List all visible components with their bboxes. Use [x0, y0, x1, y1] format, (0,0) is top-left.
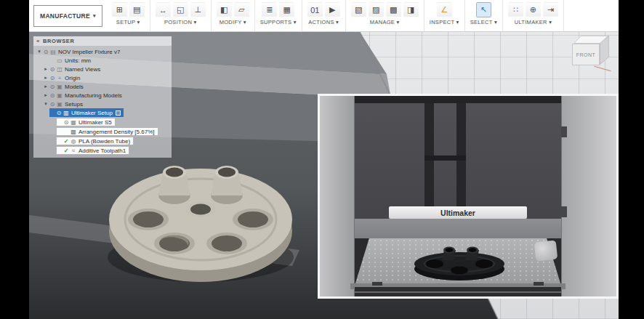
toolbar-menu-actions[interactable]: ACTIONS ▾ [308, 19, 339, 25]
new-setup-icon[interactable]: ⊞ [112, 2, 127, 17]
offset-faces-icon[interactable]: ▱ [234, 2, 249, 17]
browser-item-units-mm[interactable]: ▭Units: mm [43, 56, 94, 65]
material-icon: ◍ [70, 138, 77, 145]
toolbar-menu-setup[interactable]: SETUP ▾ [116, 19, 140, 25]
printer-brand-text: Ultimaker [440, 209, 475, 217]
toolbar-group-modify: ◧▱MODIFY ▾ [212, 0, 255, 31]
visibility-eye-icon[interactable]: ⊙ [49, 66, 56, 73]
browser-item-arrangement-density-5-67[interactable]: ▩Arrangement Density [5.67%] [56, 127, 158, 136]
browser-item-origin[interactable]: ▸⊙+Origin [43, 73, 83, 82]
browser-item-label: Ultimaker S5 [77, 119, 112, 126]
browser-item-setups[interactable]: ▾⊙▣Setups [43, 100, 86, 108]
toolbar: MANUFACTURE ▾ ⊞▤SETUP ▾↔◱⊥POSITION ▾◧▱MO… [29, 0, 619, 32]
browser-panel: « BROWSER ▾⊙▤NOV Impeller Fixture v7 ▭Un… [33, 36, 172, 158]
toolbar-group-inspect: ∠INSPECT ▾ [424, 0, 465, 31]
volume-support-icon[interactable]: ≣ [262, 2, 277, 17]
visibility-eye-icon[interactable]: ⊙ [49, 101, 56, 108]
simulate-additive-icon[interactable]: ▶ [325, 2, 340, 17]
arrow-spacer [57, 120, 63, 125]
digital-factory-icon[interactable]: ⊕ [526, 2, 541, 17]
toolbar-menu-select[interactable]: SELECT ▾ [470, 19, 497, 25]
ultimaker-logo-icon[interactable]: ∷ [508, 2, 523, 17]
post-process-icon[interactable]: ▧ [351, 2, 366, 17]
cup-back-left [158, 166, 190, 204]
visibility-eye-icon[interactable]: ⊙ [49, 84, 56, 90]
printer-front-trim [355, 291, 561, 293]
printer-deck [355, 219, 561, 238]
automatic-orientation-icon[interactable]: ◱ [173, 2, 188, 17]
setup-icon: ▥ [63, 110, 70, 116]
browser-item-additive-toolpath1[interactable]: ✓≈Additive Toolpath1 [56, 146, 129, 155]
browser-item-label: PLA (Bowden Tube) [77, 138, 130, 145]
printer-brand-label: Ultimaker [389, 206, 527, 219]
units-icon: ▭ [56, 57, 63, 64]
toolbar-group-setup: ⊞▤SETUP ▾ [107, 0, 150, 31]
browser-item-ultimaker-s5[interactable]: ⊙▦Ultimaker S5 [56, 118, 116, 126]
open-in-cura-icon[interactable]: ⇥ [543, 2, 558, 17]
pocket-left [128, 209, 169, 230]
impeller-fixture-model[interactable] [102, 147, 299, 296]
origin-icon: + [56, 75, 63, 81]
toolbar-group-supports: ≣▦SUPPORTS ▾ [255, 0, 302, 31]
browser-item-pla-bowden-tube[interactable]: ✓◍PLA (Bowden Tube) [56, 137, 134, 145]
move-components-icon[interactable]: ↔ [156, 2, 171, 17]
visibility-eye-icon[interactable]: ⊙ [63, 119, 70, 126]
arrow-spacer [43, 58, 49, 63]
expand-arrow-icon[interactable]: ▾ [36, 49, 42, 54]
browser-item-label: Origin [63, 75, 80, 81]
setups-folder-icon[interactable]: ▤ [129, 2, 145, 17]
printed-part [401, 238, 518, 282]
measure-icon[interactable]: ∠ [437, 2, 452, 17]
visibility-eye-icon[interactable]: ⊙ [49, 92, 56, 99]
toolbar-menu-modify[interactable]: MODIFY ▾ [220, 19, 246, 25]
printer-right-wall [561, 96, 616, 296]
machine-icon: ▦ [70, 119, 77, 126]
cup-back-right [211, 166, 243, 204]
printer-crossbar [424, 156, 466, 161]
toolbar-menu-position[interactable]: POSITION ▾ [164, 19, 197, 25]
arrow-spacer [49, 110, 55, 116]
browser-item-named-views[interactable]: ▸⊙◫Named Views [43, 65, 103, 73]
viewcube-front-label: FRONT [576, 52, 596, 57]
toolbar-groups: ⊞▤SETUP ▾↔◱⊥POSITION ▾◧▱MODIFY ▾≣▦SUPPOR… [107, 0, 564, 31]
browser-title: BROWSER [43, 38, 74, 44]
bar-support-icon[interactable]: ▦ [279, 2, 294, 17]
viewcube[interactable]: FRONT [572, 44, 600, 65]
visibility-eye-icon[interactable]: ⊙ [42, 49, 49, 55]
check-icon: ✓ [63, 138, 70, 145]
toolbar-group-position: ↔◱⊥POSITION ▾ [150, 0, 212, 31]
eye-spacer [49, 57, 56, 64]
expand-arrow-icon[interactable]: ▾ [43, 101, 49, 107]
expand-arrow-icon[interactable]: ▸ [43, 84, 49, 89]
document-icon: ▤ [49, 49, 57, 55]
printer-left-wall [320, 96, 355, 296]
expand-arrow-icon[interactable]: ▸ [43, 75, 49, 81]
place-parts-on-platform-icon[interactable]: ⊥ [190, 2, 206, 17]
toolbar-menu-inspect[interactable]: INSPECT ▾ [430, 19, 459, 25]
select-cursor-icon[interactable]: ↖ [476, 2, 491, 17]
viewport-canvas[interactable]: « BROWSER ▾⊙▤NOV Impeller Fixture v7 ▭Un… [29, 32, 619, 319]
hole-segmentation-icon[interactable]: ◧ [217, 2, 232, 17]
expand-arrow-icon[interactable]: ▸ [43, 92, 49, 98]
arrow-spacer [57, 129, 63, 134]
browser-item-manufacturing-models[interactable]: ▸⊙▣Manufacturing Models [43, 91, 125, 100]
browser-item-nov-impeller-fixture-v7[interactable]: ▾⊙▤NOV Impeller Fixture v7 [36, 47, 123, 56]
plate-clamp-left [372, 282, 382, 286]
generate-toolpath-icon[interactable]: 01 [307, 2, 323, 17]
expand-arrow-icon[interactable]: ▸ [43, 66, 49, 72]
toolbar-menu-manage[interactable]: MANAGE ▾ [370, 19, 400, 25]
setup-edit-box[interactable] [116, 110, 121, 116]
toolbar-menu-supports[interactable]: SUPPORTS ▾ [260, 19, 297, 25]
toolbar-menu-ultimaker[interactable]: ULTIMAKER ▾ [515, 19, 552, 25]
browser-item-ultimaker-setup[interactable]: ⊙▥Ultimaker Setup [49, 108, 124, 117]
task-manager-icon[interactable]: ◨ [403, 2, 419, 17]
pocket-right [233, 209, 273, 230]
print-setting-library-icon[interactable]: ▩ [386, 2, 401, 17]
workspace-switcher[interactable]: MANUFACTURE ▾ [33, 5, 102, 27]
viewcube-front-face[interactable]: FRONT [572, 44, 600, 65]
collapse-browser-icon[interactable]: « [36, 38, 40, 44]
visibility-eye-icon[interactable]: ⊙ [55, 110, 63, 116]
visibility-eye-icon[interactable]: ⊙ [49, 75, 56, 81]
machine-library-icon[interactable]: ▨ [369, 2, 384, 17]
browser-item-models[interactable]: ▸⊙▣Models [43, 82, 86, 91]
